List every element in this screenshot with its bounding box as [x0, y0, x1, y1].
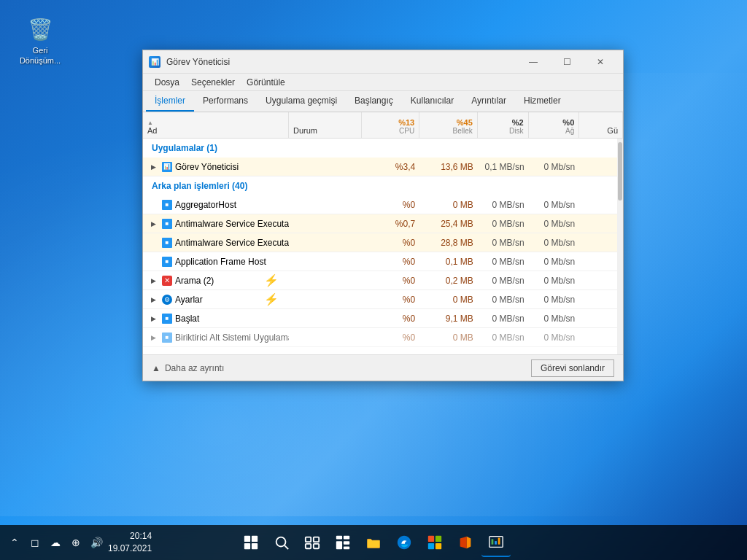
svg-rect-9: [314, 544, 319, 548]
svg-line-5: [285, 545, 288, 549]
expand-baslat[interactable]: ▶: [147, 313, 159, 324]
tab-performans[interactable]: Performans: [194, 91, 257, 112]
process-list[interactable]: Uygulamalar (1) ▶ 📊 Görev Yöneticisi %3,…: [143, 139, 623, 354]
table-row[interactable]: ▶ 📊 Görev Yöneticisi %3,4 13,6 MB 0,1 MB…: [143, 158, 623, 176]
window-bottom-bar: ▲ Daha az ayrıntı Görevi sonlandır: [143, 354, 623, 381]
scrollbar[interactable]: [617, 139, 623, 354]
table-row[interactable]: ■ Antimalware Service Executable... %0 2…: [143, 233, 623, 252]
start-button[interactable]: [236, 528, 266, 557]
svg-rect-14: [344, 547, 349, 550]
proc-icon-aggregator: ■: [162, 200, 172, 210]
section-applications: Uygulamalar (1): [143, 139, 623, 158]
svg-rect-20: [492, 539, 494, 544]
table-row[interactable]: ▶ ⚙ Ayarlar ⚡ %0 0 MB 0 MB/sn 0 Mb/sn: [143, 290, 623, 309]
table-row[interactable]: ▶ ■ Başlat %0 9,1 MB 0 MB/sn 0 Mb/sn: [143, 309, 623, 328]
svg-rect-11: [344, 536, 349, 540]
expand-biriktirici[interactable]: ▶: [147, 332, 159, 343]
menu-secenekler[interactable]: Seçenekler: [185, 76, 241, 89]
window-title: Görev Yöneticisi: [166, 57, 516, 67]
menu-dosya[interactable]: Dosya: [149, 76, 185, 89]
tab-uygulama-gecmisi[interactable]: Uygulama geçmişi: [257, 91, 346, 112]
expand-antimalware1[interactable]: ▶: [147, 218, 159, 230]
expand-ayarlar[interactable]: ▶: [147, 294, 159, 306]
chevron-up-icon: ▲: [152, 363, 160, 373]
process-cpu-ayarlar: %0: [362, 295, 420, 305]
col-header-disk[interactable]: %2 Disk: [478, 112, 529, 138]
col-header-net[interactable]: %0 Ağ: [529, 112, 580, 138]
svg-rect-7: [314, 537, 319, 542]
edge-button[interactable]: [390, 528, 419, 557]
process-disk-aggregator: 0 MB/sn: [478, 200, 529, 210]
table-row[interactable]: ■ Application Frame Host %0 0,1 MB 0 MB/…: [143, 252, 623, 271]
store-button[interactable]: [420, 528, 449, 557]
table-row[interactable]: ▶ ■ Biriktirici Alt Sistemi Uygulaması %…: [143, 328, 623, 347]
end-task-button[interactable]: Görevi sonlandır: [531, 359, 614, 377]
task-manager-window: 📊 Görev Yöneticisi — ☐ ✕ Dosya Seçenekle…: [142, 50, 624, 381]
col-header-gpu[interactable]: Gü: [579, 112, 623, 138]
svg-rect-10: [336, 536, 342, 540]
taskmanager-taskbar-button[interactable]: [481, 528, 511, 557]
process-name-biriktirici: ▶ ■ Biriktirici Alt Sistemi Uygulaması: [143, 332, 289, 343]
tray-volume[interactable]: 🔊: [88, 534, 105, 551]
svg-rect-17: [428, 543, 434, 549]
process-disk-baslat: 0 MB/sn: [478, 314, 529, 324]
explorer-button[interactable]: [359, 528, 388, 557]
svg-rect-0: [244, 536, 250, 542]
process-disk-biriktirici: 0 MB/sn: [478, 332, 529, 343]
expand-gorev[interactable]: ▶: [147, 161, 159, 173]
widgets-icon: [335, 534, 351, 551]
tray-chevron[interactable]: ⌃: [6, 534, 23, 551]
taskbar: ⌃ ◻ ☁ ⊕ 🔊 20:14 19.07.2021: [0, 525, 747, 560]
widgets-button[interactable]: [328, 528, 357, 557]
process-name-appframe: ■ Application Frame Host: [143, 256, 289, 268]
menu-goruntule[interactable]: Görüntüle: [241, 76, 291, 89]
proc-icon-biriktirici: ■: [162, 332, 172, 343]
tab-kullanicilar[interactable]: Kullanıcılar: [402, 91, 462, 112]
tab-baslangic[interactable]: Başlangıç: [346, 91, 402, 112]
taskmanager-icon: [488, 534, 504, 550]
tab-islemler[interactable]: İşlemler: [146, 91, 194, 112]
tab-ayrintilar[interactable]: Ayrıntılar: [462, 91, 515, 112]
minimize-button[interactable]: —: [516, 50, 550, 74]
search-icon: [274, 534, 290, 551]
process-cpu-biriktirici: %0: [362, 332, 420, 343]
store-icon: [427, 534, 443, 551]
status-dot-arama: ⚡: [264, 273, 279, 287]
less-detail-button[interactable]: ▲ Daha az ayrıntı: [152, 363, 224, 373]
tray-cloud[interactable]: ☁: [47, 534, 64, 551]
tray-notification[interactable]: ◻: [26, 534, 44, 551]
process-cpu-gorev: %3,4: [362, 162, 420, 172]
table-row[interactable]: ▶ ■ Antimalware Service Executable %0,7 …: [143, 214, 623, 233]
proc-icon-ayarlar: ⚙: [162, 295, 172, 305]
scrollbar-thumb: [618, 142, 622, 201]
process-name-aggregator: ■ AggregatorHost: [143, 199, 289, 211]
tray-language[interactable]: ⊕: [67, 534, 85, 551]
sort-arrow-name: ▲: [147, 120, 284, 126]
col-header-name[interactable]: ▲ Ad: [143, 112, 289, 138]
process-cpu-aggregator: %0: [362, 200, 420, 210]
svg-rect-1: [252, 536, 258, 542]
explorer-icon: [365, 534, 382, 551]
tab-hizmetler[interactable]: Hizmetler: [515, 91, 570, 112]
process-cpu-baslat: %0: [362, 314, 420, 324]
taskview-button[interactable]: [298, 528, 327, 557]
process-name-ayarlar: ▶ ⚙ Ayarlar ⚡: [143, 292, 289, 306]
maximize-button[interactable]: ☐: [550, 50, 584, 74]
windows-logo-icon: [243, 534, 259, 551]
search-taskbar-button[interactable]: [267, 528, 296, 557]
recycle-bin-icon[interactable]: 🗑️ Geri Dönüşüm...: [15, 15, 66, 66]
expand-arama[interactable]: ▶: [147, 275, 159, 287]
svg-rect-8: [306, 544, 311, 548]
recycle-bin-image: 🗑️: [26, 15, 55, 44]
process-name-antimalware2: ■ Antimalware Service Executable...: [143, 237, 289, 249]
col-header-cpu[interactable]: %13 CPU: [362, 112, 420, 138]
col-header-mem[interactable]: %45 Bellek: [419, 112, 478, 138]
svg-rect-15: [428, 536, 434, 542]
table-row[interactable]: ■ AggregatorHost %0 0 MB 0 MB/sn 0 Mb/sn: [143, 195, 623, 214]
col-header-status[interactable]: Durum: [289, 112, 362, 138]
clock[interactable]: 20:14 19.07.2021: [108, 530, 152, 555]
office-button[interactable]: [451, 528, 480, 557]
table-row[interactable]: ▶ ✕ Arama (2) ⚡ %0 0,2 MB 0 MB/sn 0 Mb/s…: [143, 271, 623, 290]
process-net-biriktirici: 0 Mb/sn: [529, 332, 580, 343]
close-button[interactable]: ✕: [584, 50, 617, 74]
